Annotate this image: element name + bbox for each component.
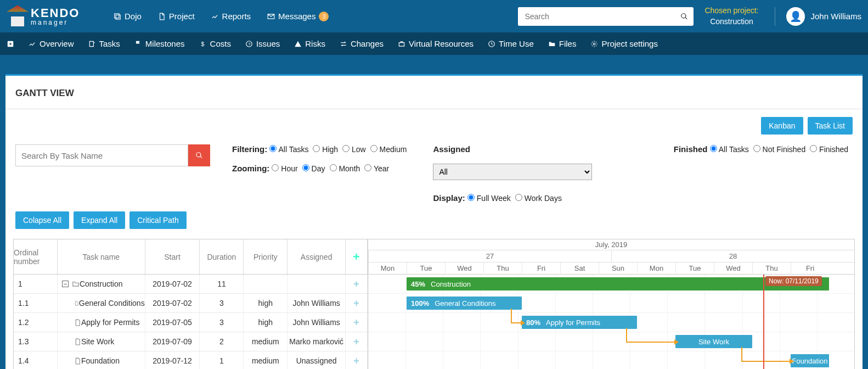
zooming-opt-0[interactable]: Hour bbox=[272, 164, 297, 173]
nav-dojo[interactable]: Dojo bbox=[114, 12, 142, 21]
filtering-opt-2[interactable]: Low bbox=[342, 145, 366, 154]
week-header: 28 bbox=[611, 250, 854, 262]
day-header: Thu bbox=[483, 262, 522, 275]
chosen-project-value: Construction bbox=[704, 16, 758, 27]
global-search[interactable] bbox=[518, 7, 694, 26]
nav-reports[interactable]: Reports bbox=[211, 12, 251, 21]
subnav-project-settings[interactable]: Project settings bbox=[590, 39, 658, 48]
subnav-costs[interactable]: $Costs bbox=[199, 39, 231, 48]
add-row-icon[interactable]: + bbox=[346, 275, 368, 293]
day-header: Tue bbox=[407, 262, 445, 275]
add-column-icon[interactable]: + bbox=[346, 239, 368, 274]
subnav-risks[interactable]: Risks bbox=[294, 39, 325, 48]
day-header: Wed bbox=[714, 262, 752, 275]
subnav-changes[interactable]: Changes bbox=[340, 39, 384, 48]
zooming-opt-1[interactable]: Day bbox=[302, 164, 325, 173]
table-row[interactable]: 1.1 General Conditions2019-07-023highJoh… bbox=[14, 294, 368, 313]
subnav-files[interactable]: Files bbox=[548, 39, 577, 48]
logo-text-2: manager bbox=[31, 19, 80, 26]
table-row[interactable]: 1− Construction2019-07-0211+ bbox=[14, 275, 368, 294]
collapse-all-button[interactable]: Colapse All bbox=[15, 211, 69, 229]
day-header: Fri bbox=[791, 262, 829, 275]
day-header: Mon bbox=[637, 262, 675, 275]
subnav-time-use[interactable]: Time Use bbox=[488, 39, 534, 48]
nav-project[interactable]: Project bbox=[158, 12, 195, 21]
add-row-icon[interactable]: + bbox=[346, 351, 368, 369]
display-opt-1[interactable]: Work Days bbox=[515, 194, 562, 203]
task-search-button[interactable] bbox=[188, 144, 210, 166]
subnav-overview[interactable]: Overview bbox=[29, 39, 74, 48]
display-label: Display: bbox=[433, 193, 467, 203]
filtering-opt-0[interactable]: All Tasks bbox=[269, 145, 308, 154]
zooming-label: Zooming: bbox=[232, 164, 272, 173]
critical-path-button[interactable]: Critical Path bbox=[129, 211, 186, 229]
zooming-opt-2[interactable]: Month bbox=[330, 164, 360, 173]
logo[interactable]: KENDO manager bbox=[7, 4, 92, 29]
day-header: Thu bbox=[752, 262, 791, 275]
finished-opt-1[interactable]: Not Finished bbox=[753, 145, 805, 154]
col-header-0: Ordinal number bbox=[14, 239, 58, 274]
chosen-project: Chosen project: Construction bbox=[704, 5, 758, 27]
finished-opt-0[interactable]: All Tasks bbox=[710, 145, 749, 154]
gantt-bar[interactable]: Site Work bbox=[675, 335, 752, 348]
gantt-bar[interactable]: 80%Apply for Permits bbox=[522, 316, 637, 329]
finished-opt-2[interactable]: Finished bbox=[810, 145, 848, 154]
display-opt-0[interactable]: Full Week bbox=[467, 194, 511, 203]
logo-text-1: KENDO bbox=[31, 7, 80, 19]
col-header-4: Priority bbox=[244, 239, 288, 274]
assigned-label: Assigned bbox=[433, 144, 592, 154]
day-header: Sat bbox=[560, 262, 599, 275]
subnav-virtual-resources[interactable]: Virtual Resources bbox=[398, 39, 474, 48]
svg-text:$: $ bbox=[201, 40, 204, 47]
task-search-input[interactable] bbox=[15, 144, 188, 166]
chosen-project-label: Chosen project: bbox=[704, 5, 758, 16]
nav-messages[interactable]: Messages3 bbox=[267, 12, 329, 21]
gantt-month: July, 2019 bbox=[368, 239, 854, 250]
kanban-button[interactable]: Kanban bbox=[761, 117, 803, 135]
now-label: Now: 07/11/2019 bbox=[765, 276, 822, 286]
global-search-input[interactable] bbox=[518, 7, 675, 26]
search-icon[interactable] bbox=[675, 7, 694, 26]
col-header-5: Assigned bbox=[288, 239, 346, 274]
table-row[interactable]: 1.2 Apply for Permits2019-07-053highJohn… bbox=[14, 313, 368, 332]
add-row-icon[interactable]: + bbox=[346, 313, 368, 332]
avatar: 👤 bbox=[786, 7, 805, 26]
day-header: Wed bbox=[445, 262, 483, 275]
now-line bbox=[763, 275, 764, 369]
col-header-3: Duration bbox=[200, 239, 244, 274]
page-title: GANTT VIEW bbox=[5, 82, 863, 109]
add-row-icon[interactable]: + bbox=[346, 294, 368, 312]
col-header-1: Task name bbox=[58, 239, 145, 274]
subnav-tasks[interactable]: Tasks bbox=[88, 39, 120, 48]
expand-all-button[interactable]: Expand All bbox=[74, 211, 125, 229]
filtering-label: Filtering: bbox=[232, 144, 269, 154]
messages-badge: 3 bbox=[319, 12, 329, 21]
svg-point-5 bbox=[594, 43, 596, 45]
gantt-bar[interactable]: Foundation bbox=[791, 354, 829, 367]
user-menu[interactable]: 👤 John Williams bbox=[775, 7, 861, 26]
filtering-opt-3[interactable]: Medium bbox=[370, 145, 407, 154]
col-header-2: Start bbox=[145, 239, 200, 274]
filtering-opt-1[interactable]: High bbox=[313, 145, 338, 154]
subnav-milestones[interactable]: Milestones bbox=[134, 39, 185, 48]
expand-icon[interactable]: − bbox=[62, 281, 69, 287]
svg-text:?: ? bbox=[248, 41, 250, 46]
subnav-issues[interactable]: ?Issues bbox=[245, 39, 280, 48]
day-header: Sun bbox=[599, 262, 637, 275]
task-list-button[interactable]: Task List bbox=[808, 117, 853, 135]
subnav-add[interactable] bbox=[7, 40, 14, 48]
day-header: Mon bbox=[368, 262, 407, 275]
user-name: John Williams bbox=[810, 12, 861, 21]
assigned-select[interactable]: All bbox=[433, 164, 592, 180]
gantt-bar[interactable]: 100%General Conditions bbox=[407, 297, 522, 310]
add-row-icon[interactable]: + bbox=[346, 332, 368, 351]
week-header: 27 bbox=[368, 250, 611, 262]
finished-label: Finished bbox=[674, 144, 710, 154]
day-header: Tue bbox=[675, 262, 714, 275]
table-row[interactable]: 1.3 Site Work2019-07-092mediumMarko mark… bbox=[14, 332, 368, 351]
zooming-opt-3[interactable]: Year bbox=[364, 164, 389, 173]
day-header: Fri bbox=[522, 262, 560, 275]
table-row[interactable]: 1.4 Foundation2019-07-121mediumUnassigne… bbox=[14, 351, 368, 369]
